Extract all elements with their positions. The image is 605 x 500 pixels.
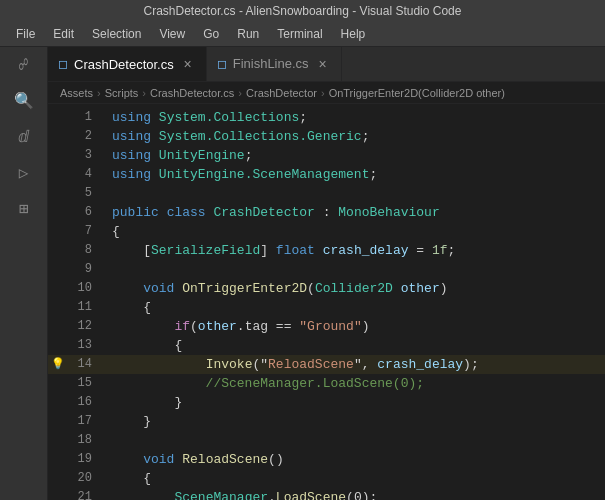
title-bar: CrashDetector.cs - AlienSnowboarding - V… — [0, 0, 605, 22]
tab-finish[interactable]: ◻FinishLine.cs× — [207, 47, 342, 81]
code-line: 12 if(other.tag == "Ground") — [48, 317, 605, 336]
token-type: Collider2D — [315, 281, 393, 296]
token-fn: ReloadScene — [182, 452, 268, 467]
line-number: 20 — [68, 469, 108, 488]
line-content — [108, 184, 605, 203]
line-content: using System.Collections; — [108, 108, 605, 127]
token-punc: (0); — [346, 490, 377, 500]
menu-item-help[interactable]: Help — [333, 25, 374, 43]
files-icon[interactable]: ☍ — [10, 51, 38, 79]
line-number: 2 — [68, 127, 108, 146]
line-gutter — [48, 279, 68, 298]
line-number: 3 — [68, 146, 108, 165]
breadcrumb-part[interactable]: Scripts — [105, 87, 139, 99]
token-kw: using — [112, 167, 151, 182]
search-icon[interactable]: 🔍 — [10, 87, 38, 115]
line-gutter — [48, 317, 68, 336]
token-punc: { — [112, 300, 151, 315]
line-content: Invoke("ReloadScene", crash_delay); — [108, 355, 605, 374]
line-number: 7 — [68, 222, 108, 241]
token-type: MonoBehaviour — [338, 205, 439, 220]
code-line: 7{ — [48, 222, 605, 241]
breadcrumb-separator: › — [97, 87, 101, 99]
code-line: 6public class CrashDetector : MonoBehavi… — [48, 203, 605, 222]
token-ns: UnityEngine — [159, 148, 245, 163]
menu-item-selection[interactable]: Selection — [84, 25, 149, 43]
line-gutter — [48, 260, 68, 279]
token-punc: . — [268, 490, 276, 500]
line-number: 12 — [68, 317, 108, 336]
menu-item-terminal[interactable]: Terminal — [269, 25, 330, 43]
line-gutter — [48, 374, 68, 393]
token-punc: () — [268, 452, 284, 467]
menu-item-view[interactable]: View — [151, 25, 193, 43]
token-prop: crash_delay — [323, 243, 409, 258]
token-punc — [159, 205, 167, 220]
tabs-bar: ◻CrashDetector.cs×◻FinishLine.cs× — [48, 47, 605, 82]
tab-label: CrashDetector.cs — [74, 57, 174, 72]
code-line: 2using System.Collections.Generic; — [48, 127, 605, 146]
token-prop: other — [198, 319, 237, 334]
line-number: 15 — [68, 374, 108, 393]
code-line: 16 } — [48, 393, 605, 412]
token-kw: void — [143, 452, 174, 467]
extensions-icon[interactable]: ⊞ — [10, 195, 38, 223]
code-line: 4using UnityEngine.SceneManagement; — [48, 165, 605, 184]
line-number: 21 — [68, 488, 108, 500]
tab-label: FinishLine.cs — [233, 56, 309, 71]
line-content: } — [108, 412, 605, 431]
token-punc: = — [409, 243, 432, 258]
line-content: [SerializeField] float crash_delay = 1f; — [108, 241, 605, 260]
line-number: 6 — [68, 203, 108, 222]
line-number: 8 — [68, 241, 108, 260]
lightbulb-icon[interactable]: 💡 — [51, 355, 65, 374]
menu-item-edit[interactable]: Edit — [45, 25, 82, 43]
code-line: 20 { — [48, 469, 605, 488]
token-punc: ; — [369, 167, 377, 182]
code-line: 13 { — [48, 336, 605, 355]
line-number: 10 — [68, 279, 108, 298]
line-gutter — [48, 108, 68, 127]
menu-item-run[interactable]: Run — [229, 25, 267, 43]
line-gutter — [48, 393, 68, 412]
token-kw: using — [112, 148, 151, 163]
token-punc: ; — [245, 148, 253, 163]
token-punc: ; — [299, 110, 307, 125]
token-kw: using — [112, 110, 151, 125]
line-number: 9 — [68, 260, 108, 279]
tab-close-button[interactable]: × — [180, 56, 196, 72]
code-editor[interactable]: 1using System.Collections;2using System.… — [48, 104, 605, 500]
token-num: 1f — [432, 243, 448, 258]
debug-icon[interactable]: ▷ — [10, 159, 38, 187]
token-punc: [ — [112, 243, 151, 258]
menu-item-go[interactable]: Go — [195, 25, 227, 43]
line-content: { — [108, 469, 605, 488]
token-punc: ( — [307, 281, 315, 296]
breadcrumb-part[interactable]: OnTriggerEnter2D(Collider2D other) — [329, 87, 505, 99]
token-punc — [393, 281, 401, 296]
tab-crash[interactable]: ◻CrashDetector.cs× — [48, 47, 207, 81]
token-str: ReloadScene — [268, 357, 354, 372]
token-punc: ) — [440, 281, 448, 296]
line-content: SceneManager.LoadScene(0); — [108, 488, 605, 500]
line-gutter — [48, 469, 68, 488]
token-kw: using — [112, 129, 151, 144]
code-line: 5 — [48, 184, 605, 203]
token-kw: float — [276, 243, 315, 258]
line-gutter — [48, 298, 68, 317]
token-prop: other — [401, 281, 440, 296]
token-punc: ; — [448, 243, 456, 258]
line-gutter — [48, 146, 68, 165]
line-content: public class CrashDetector : MonoBehavio… — [108, 203, 605, 222]
tab-close-button[interactable]: × — [315, 56, 331, 72]
token-kw: void — [143, 281, 174, 296]
breadcrumb-part[interactable]: CrashDetector.cs — [150, 87, 234, 99]
token-punc: ( — [190, 319, 198, 334]
breadcrumb-part[interactable]: Assets — [60, 87, 93, 99]
line-content: } — [108, 393, 605, 412]
breadcrumb-part[interactable]: CrashDetector — [246, 87, 317, 99]
source-control-icon[interactable]: ⅆ — [10, 123, 38, 151]
token-punc: } — [112, 414, 151, 429]
menu-item-file[interactable]: File — [8, 25, 43, 43]
token-punc: ) — [362, 319, 370, 334]
